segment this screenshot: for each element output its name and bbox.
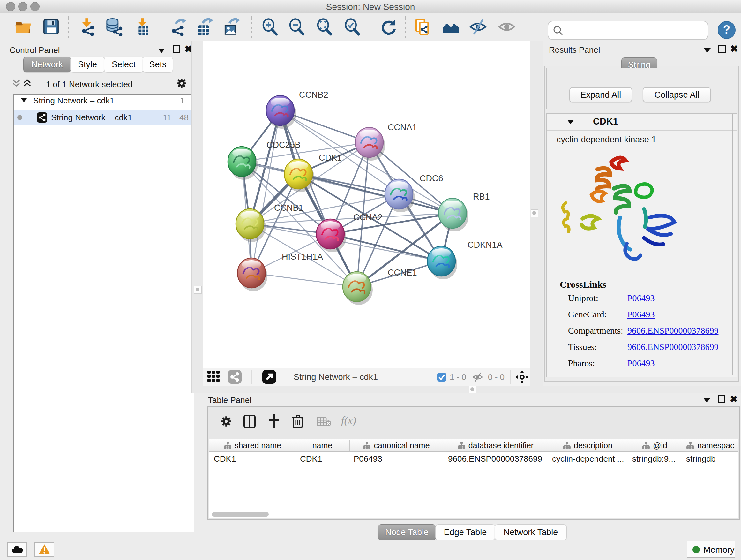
collapse-all-button[interactable]: Collapse All [643, 87, 711, 103]
zoom-in-icon[interactable] [261, 18, 279, 36]
column-separator[interactable] [548, 440, 548, 451]
show-all-icon[interactable] [498, 18, 516, 36]
tab-select[interactable]: Select [104, 57, 143, 72]
column-header[interactable]: name [295, 439, 349, 451]
network-node-hist1h1a[interactable]: HIST1H1A [238, 252, 323, 291]
column-separator[interactable] [444, 440, 444, 451]
crosslink-value-link[interactable]: 9606.ENSP00000378699 [627, 342, 718, 352]
selected-checkbox-icon[interactable] [437, 373, 446, 381]
export-table-icon[interactable] [195, 18, 213, 36]
column-header[interactable]: @id [628, 439, 682, 451]
network-node-cdkn1a[interactable]: CDKN1A [427, 240, 502, 279]
column-separator[interactable] [349, 440, 350, 451]
network-collection-row[interactable]: String Network – cdk1 1 [14, 95, 192, 107]
zoom-selected-icon[interactable] [343, 18, 361, 36]
column-header[interactable]: namespac [682, 439, 739, 451]
section-expander-icon[interactable] [567, 120, 574, 124]
network-canvas[interactable]: CCNB2CCNA1CDC25BCDK1CDC6RB1CCNB1CCNA2CDK… [203, 41, 530, 368]
table-cell[interactable]: 9606.ENSP00000378699 [448, 454, 546, 464]
column-header[interactable]: canonical name [349, 439, 444, 451]
tab-style[interactable]: Style [70, 57, 105, 72]
right-splitter[interactable] [530, 41, 543, 386]
crosslink-value-link[interactable]: P06493 [627, 309, 655, 320]
save-session-icon[interactable] [42, 18, 60, 36]
table-cell[interactable]: CDK1 [300, 454, 347, 464]
cloud-button[interactable] [7, 542, 27, 557]
import-network-icon[interactable] [78, 18, 96, 36]
table-gear-icon[interactable] [220, 416, 232, 427]
network-edge[interactable] [330, 234, 441, 261]
hide-selected-icon[interactable] [469, 18, 487, 36]
network-node-ccne1[interactable]: CCNE1 [343, 268, 417, 305]
tab-node-table[interactable]: Node Table [378, 524, 436, 540]
panel-float-icon[interactable] [173, 45, 180, 53]
column-separator[interactable] [682, 440, 682, 451]
left-splitter-handle[interactable] [194, 286, 202, 294]
tab-edge-table[interactable]: Edge Table [435, 524, 495, 540]
collapse-all-icon[interactable] [12, 79, 20, 87]
search-input[interactable] [566, 23, 701, 37]
table-cell[interactable]: stringdb:9... [632, 454, 680, 464]
left-splitter[interactable] [192, 41, 204, 393]
panel-menu-icon[interactable] [158, 49, 165, 53]
zoom-out-icon[interactable] [288, 18, 306, 36]
fit-selection-crosshair-icon[interactable] [515, 370, 529, 384]
horizontal-scrollbar-thumb[interactable] [212, 512, 269, 516]
network-share-badge-icon[interactable] [228, 370, 242, 384]
network-node-ccna1[interactable]: CCNA1 [355, 123, 417, 161]
expand-all-button[interactable]: Expand All [569, 87, 632, 103]
network-edge[interactable] [250, 224, 441, 261]
gear-icon[interactable] [176, 78, 187, 89]
expand-all-icon[interactable] [23, 79, 31, 87]
first-neighbors-icon[interactable] [442, 18, 460, 36]
panel-menu-icon[interactable] [704, 48, 711, 53]
birds-eye-view-icon[interactable] [207, 371, 221, 383]
add-column-icon[interactable] [268, 415, 280, 428]
export-image-icon[interactable] [222, 18, 240, 36]
horizontal-splitter-handle[interactable] [469, 386, 476, 393]
warnings-button[interactable] [35, 542, 54, 557]
help-button[interactable]: ? [718, 21, 736, 39]
panel-float-icon[interactable] [718, 395, 725, 403]
export-network-icon[interactable] [169, 18, 187, 36]
refresh-icon[interactable] [380, 18, 398, 36]
column-separator[interactable] [628, 440, 628, 451]
horizontal-splitter[interactable] [203, 386, 741, 393]
table-cell[interactable]: stringdb [686, 454, 737, 464]
right-splitter-handle[interactable] [531, 209, 538, 217]
panel-float-icon[interactable] [718, 45, 726, 53]
table-cell[interactable]: CDK1 [214, 454, 293, 464]
tab-sets[interactable]: Sets [143, 57, 173, 72]
crosslink-value-link[interactable]: 9606.ENSP00000378699 [627, 326, 718, 336]
panel-menu-icon[interactable] [704, 398, 710, 402]
column-header[interactable]: shared name [209, 439, 295, 451]
network-row-selected[interactable]: String Network – cdk1 11 48 [14, 110, 192, 125]
tab-network-table[interactable]: Network Table [495, 524, 567, 540]
hidden-eye-icon[interactable] [472, 372, 483, 382]
import-database-icon[interactable] [105, 18, 123, 36]
tree-expander-icon[interactable] [21, 98, 27, 102]
open-in-window-icon[interactable] [262, 370, 276, 384]
panel-close-icon[interactable]: ✖ [730, 43, 738, 54]
import-table-icon[interactable] [133, 18, 151, 36]
duplicate-network-icon[interactable] [414, 18, 432, 36]
panel-close-icon[interactable]: ✖ [730, 394, 738, 405]
table-row[interactable]: CDK1CDK1P064939606.ENSP00000378699cyclin… [209, 452, 738, 465]
network-node-rb1[interactable]: RB1 [439, 192, 490, 232]
crosslink-value-link[interactable]: P06493 [627, 293, 655, 303]
memory-button[interactable]: Memory [687, 541, 735, 558]
network-edge[interactable] [252, 111, 280, 273]
open-session-icon[interactable] [14, 18, 32, 36]
table-cell[interactable]: P06493 [354, 454, 442, 464]
crosslink-value-link[interactable]: P06493 [627, 358, 655, 368]
column-separator[interactable] [295, 440, 296, 451]
column-header[interactable]: description [548, 439, 628, 451]
gene-section-header[interactable]: CDK1 [547, 114, 737, 131]
results-scrollbar[interactable] [732, 114, 733, 375]
column-header[interactable]: database identifier [444, 439, 548, 451]
show-columns-icon[interactable] [244, 415, 256, 428]
tab-network[interactable]: Network [23, 57, 71, 72]
table-cell[interactable]: cyclin-dependent ... [552, 454, 626, 464]
delete-table-icon[interactable] [317, 417, 332, 427]
delete-column-icon[interactable] [292, 415, 304, 428]
